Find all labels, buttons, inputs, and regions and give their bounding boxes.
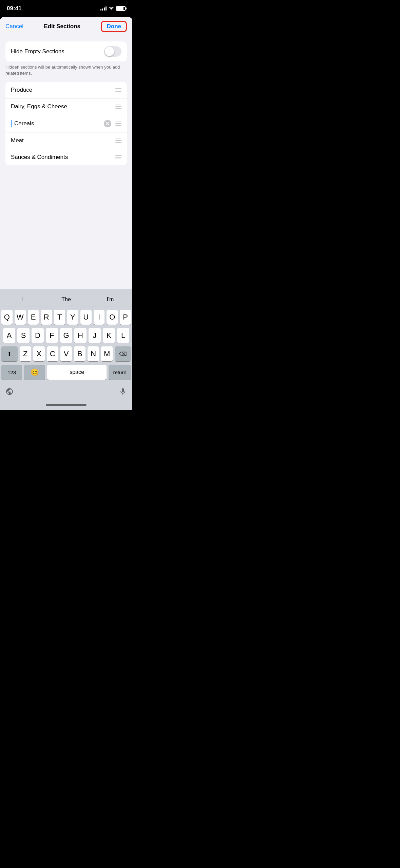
key-row-1: Q W E R T Y U I O P bbox=[1, 310, 131, 325]
key-p[interactable]: P bbox=[120, 310, 131, 325]
key-row-2: A S D F G H J K L bbox=[1, 328, 131, 343]
shift-key[interactable]: ⬆ bbox=[1, 346, 18, 361]
main-container: Cancel Edit Sections Done Hide Empty Sec… bbox=[0, 17, 132, 289]
section-name-meat: Meat bbox=[11, 137, 24, 144]
status-time: 09:41 bbox=[7, 5, 21, 12]
key-q[interactable]: Q bbox=[1, 310, 13, 325]
cancel-button[interactable]: Cancel bbox=[5, 20, 23, 33]
key-h[interactable]: H bbox=[74, 328, 87, 343]
key-g[interactable]: G bbox=[60, 328, 72, 343]
section-name-produce: Produce bbox=[11, 87, 32, 93]
key-o[interactable]: O bbox=[107, 310, 118, 325]
status-bar: 09:41 bbox=[0, 0, 132, 17]
space-key[interactable]: space bbox=[47, 365, 107, 380]
key-w[interactable]: W bbox=[15, 310, 26, 325]
key-l[interactable]: L bbox=[117, 328, 129, 343]
key-b[interactable]: B bbox=[74, 346, 85, 361]
drag-handle-produce[interactable] bbox=[115, 88, 121, 92]
keyboard-rows: Q W E R T Y U I O P A S D F G H J K L ⬆ … bbox=[0, 307, 132, 384]
suggestions-bar: I The I'm bbox=[0, 292, 132, 307]
drag-handle-meat[interactable] bbox=[115, 139, 121, 143]
nav-bar: Cancel Edit Sections Done bbox=[0, 17, 132, 36]
key-n[interactable]: N bbox=[88, 346, 99, 361]
page-title: Edit Sections bbox=[44, 23, 80, 30]
section-name-dairy: Dairy, Eggs & Cheese bbox=[11, 103, 67, 110]
return-key[interactable]: return bbox=[109, 365, 131, 380]
home-indicator bbox=[0, 401, 132, 410]
suggestion-the[interactable]: The bbox=[44, 293, 88, 306]
key-c[interactable]: C bbox=[47, 346, 58, 361]
key-y[interactable]: Y bbox=[67, 310, 78, 325]
status-icons bbox=[100, 5, 126, 12]
section-item-meat: Meat bbox=[5, 132, 127, 149]
key-row-3: ⬆ Z X C V B N M ⌫ bbox=[1, 346, 131, 361]
keyboard-bottom bbox=[0, 384, 132, 401]
drag-handle-sauces[interactable] bbox=[115, 155, 121, 159]
key-j[interactable]: J bbox=[89, 328, 101, 343]
globe-icon[interactable] bbox=[5, 387, 14, 397]
key-d[interactable]: D bbox=[32, 328, 44, 343]
key-x[interactable]: X bbox=[33, 346, 45, 361]
suggestion-im[interactable]: I'm bbox=[88, 293, 132, 306]
mic-icon[interactable] bbox=[119, 387, 127, 397]
clear-button-cereals[interactable] bbox=[104, 120, 111, 127]
hide-empty-toggle-row: Hide Empty Sections bbox=[5, 41, 127, 61]
key-u[interactable]: U bbox=[80, 310, 92, 325]
toggle-thumb bbox=[105, 47, 114, 56]
key-t[interactable]: T bbox=[54, 310, 65, 325]
section-item-dairy: Dairy, Eggs & Cheese bbox=[5, 98, 127, 115]
section-item-produce: Produce bbox=[5, 82, 127, 98]
text-cursor bbox=[11, 120, 12, 127]
hide-empty-toggle[interactable] bbox=[104, 46, 121, 57]
drag-handle-cereals[interactable] bbox=[115, 122, 121, 126]
key-a[interactable]: A bbox=[3, 328, 15, 343]
section-name-cereals[interactable]: Cereals bbox=[14, 120, 34, 127]
keyboard: I The I'm Q W E R T Y U I O P A S D F G … bbox=[0, 289, 132, 410]
battery-icon bbox=[116, 6, 126, 11]
key-k[interactable]: K bbox=[103, 328, 115, 343]
key-r[interactable]: R bbox=[41, 310, 52, 325]
key-f[interactable]: F bbox=[46, 328, 58, 343]
key-row-4: 123 😊 space return bbox=[1, 365, 131, 380]
key-z[interactable]: Z bbox=[20, 346, 31, 361]
key-s[interactable]: S bbox=[17, 328, 30, 343]
section-name-sauces: Sauces & Condiments bbox=[11, 154, 68, 161]
drag-handle-dairy[interactable] bbox=[115, 105, 121, 109]
numbers-key[interactable]: 123 bbox=[1, 365, 22, 380]
section-item-cereals: Cereals bbox=[5, 115, 127, 132]
suggestion-i[interactable]: I bbox=[0, 293, 44, 306]
emoji-key[interactable]: 😊 bbox=[24, 365, 45, 380]
key-v[interactable]: V bbox=[60, 346, 72, 361]
home-bar bbox=[46, 404, 87, 406]
key-e[interactable]: E bbox=[28, 310, 39, 325]
done-button[interactable]: Done bbox=[101, 21, 127, 32]
toggle-label: Hide Empty Sections bbox=[11, 48, 64, 55]
sections-list: Produce Dairy, Eggs & Cheese bbox=[5, 82, 127, 165]
toggle-hint: Hidden sections will be automatically sh… bbox=[5, 64, 127, 76]
signal-icon bbox=[100, 6, 107, 11]
key-i[interactable]: I bbox=[94, 310, 105, 325]
delete-key[interactable]: ⌫ bbox=[115, 346, 131, 361]
wifi-icon bbox=[109, 5, 114, 12]
key-m[interactable]: M bbox=[101, 346, 113, 361]
section-item-sauces: Sauces & Condiments bbox=[5, 149, 127, 165]
